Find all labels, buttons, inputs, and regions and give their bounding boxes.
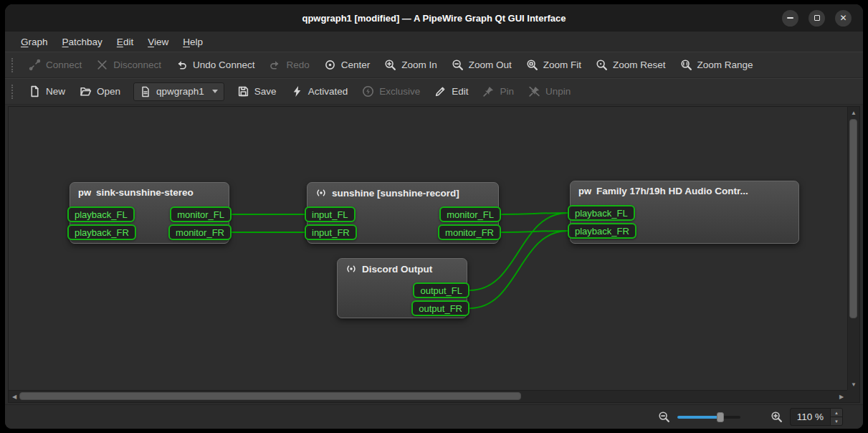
toolbar-button-label: Save — [254, 86, 277, 97]
port-output-monitor_FL[interactable]: monitor_FL — [170, 206, 232, 222]
toolbar-button-edit[interactable]: Edit — [427, 82, 475, 102]
menu-patchbay[interactable]: Patchbay — [55, 34, 110, 50]
graph-node-discord[interactable]: Discord Outputoutput_FLoutput_FR — [337, 258, 467, 318]
edit-icon — [434, 85, 447, 97]
zoom-slider-handle[interactable] — [717, 412, 724, 422]
zoom-range-icon — [680, 59, 692, 71]
toolbar-button-zoom-out[interactable]: Zoom Out — [444, 55, 519, 75]
menu-view[interactable]: View — [140, 34, 176, 50]
zoom-spinbox[interactable]: 110 % ▲ ▼ — [790, 408, 843, 426]
toolbar-button-activated[interactable]: Activated — [284, 82, 356, 102]
minimize-icon — [787, 17, 793, 19]
graph-view: pwsink-sunshine-stereoplayback_FLplaybac… — [8, 106, 860, 403]
toolbar-file: NewOpenqpwgraph1SaveActivatedExclusiveEd… — [5, 78, 863, 105]
port-input-input_FL[interactable]: input_FL — [305, 206, 356, 222]
toolbar-button-center[interactable]: Center — [317, 55, 378, 75]
port-input-playback_FL[interactable]: playback_FL — [568, 205, 635, 221]
window-controls: ✕ — [782, 4, 852, 32]
zoom-spin-up-button[interactable]: ▲ — [831, 409, 842, 417]
toolbar-button-zoom-fit[interactable]: Zoom Fit — [519, 55, 588, 75]
file-icon — [140, 86, 151, 97]
zoom-out-icon — [452, 59, 464, 71]
toolbar-button-pin[interactable]: Pin — [475, 82, 521, 102]
graph-node-family[interactable]: pwFamily 17h/19h HD Audio Contr...playba… — [570, 181, 799, 244]
unpin-icon — [528, 85, 540, 97]
scroll-right-arrow-icon[interactable]: ▶ — [836, 391, 847, 402]
toolbar-button-undo-connect[interactable]: Undo Connect — [168, 55, 262, 75]
zoom-spin-down-button[interactable]: ▼ — [831, 417, 842, 425]
toolbar-button-label: Undo Connect — [193, 60, 254, 70]
zoom-in-icon — [384, 59, 396, 71]
connection-wire[interactable] — [501, 231, 568, 232]
menu-edit[interactable]: Edit — [110, 34, 140, 50]
graph-canvas[interactable]: pwsink-sunshine-stereoplayback_FLplaybac… — [9, 107, 847, 390]
menu-help[interactable]: Help — [176, 34, 210, 50]
toolbar-button-save[interactable]: Save — [230, 82, 284, 102]
port-output-monitor_FR[interactable]: monitor_FR — [438, 224, 501, 240]
menu-graph[interactable]: Graph — [14, 34, 55, 50]
toolbar-button-zoom-in[interactable]: Zoom In — [377, 55, 444, 75]
zoom-out-icon — [658, 411, 670, 423]
center-icon — [324, 59, 336, 71]
node-title: sunshine [sunshine-record] — [307, 183, 498, 199]
horizontal-scrollbar-handle[interactable] — [19, 392, 521, 400]
connections-layer — [9, 107, 847, 390]
maximize-icon — [814, 15, 820, 21]
undo-icon — [176, 59, 188, 71]
scroll-down-arrow-icon[interactable]: ▼ — [848, 379, 859, 390]
exclusive-icon — [362, 85, 374, 97]
zoom-fit-icon — [526, 59, 538, 71]
toolbar-button-label: Exclusive — [379, 86, 420, 97]
toolbar-button-label: Zoom Out — [469, 60, 512, 70]
statusbar-zoom-in-icon[interactable] — [771, 411, 783, 423]
port-input-playback_FR[interactable]: playback_FR — [568, 223, 636, 239]
redo-icon — [269, 59, 281, 71]
toolbar-button-open[interactable]: Open — [72, 82, 128, 102]
toolbar-button-label: Connect — [46, 60, 82, 70]
toolbar-button-label: Pin — [500, 86, 514, 97]
port-output-monitor_FL[interactable]: monitor_FL — [439, 206, 501, 222]
port-output-output_FR[interactable]: output_FR — [411, 300, 469, 316]
chevron-down-icon — [212, 90, 218, 93]
zoom-spin-buttons: ▲ ▼ — [830, 409, 842, 425]
statusbar-zoom-out-icon[interactable] — [658, 411, 670, 423]
port-input-playback_FR[interactable]: playback_FR — [67, 224, 136, 240]
zoom-slider-fill — [677, 416, 720, 419]
scroll-up-arrow-icon[interactable]: ▲ — [848, 107, 859, 118]
vertical-scrollbar[interactable]: ▲ ▼ — [847, 107, 859, 390]
titlebar[interactable]: qpwgraph1 [modified] — A PipeWire Graph … — [5, 4, 863, 32]
zoom-reset-icon — [596, 59, 608, 71]
toolbar-button-redo[interactable]: Redo — [262, 55, 316, 75]
toolbar-button-zoom-range[interactable]: Zoom Range — [673, 55, 760, 75]
toolbar-button-unpin[interactable]: Unpin — [521, 82, 578, 102]
connection-wire[interactable] — [501, 213, 568, 214]
toolbar-button-label: Zoom In — [401, 60, 437, 70]
node-title: pwsink-sunshine-stereo — [70, 183, 229, 198]
toolbar-button-new[interactable]: New — [22, 82, 72, 102]
maximize-button[interactable] — [809, 10, 825, 27]
toolbar-button-connect[interactable]: Connect — [22, 55, 89, 75]
toolbar-button-exclusive[interactable]: Exclusive — [355, 82, 427, 102]
port-input-playback_FL[interactable]: playback_FL — [67, 206, 135, 222]
port-input-input_FR[interactable]: input_FR — [305, 224, 357, 240]
close-button[interactable]: ✕ — [835, 10, 852, 27]
node-title: pwFamily 17h/19h HD Audio Contr... — [571, 181, 798, 196]
horizontal-scrollbar[interactable]: ◀ ▶ — [9, 390, 847, 402]
patchbay-file-combo[interactable]: qpwgraph1 — [133, 82, 224, 101]
toolbar-main: ConnectDisconnectUndo ConnectRedoCenterZ… — [5, 52, 863, 78]
pipewire-icon: pw — [78, 187, 91, 198]
toolbar-button-zoom-reset[interactable]: Zoom Reset — [588, 55, 673, 75]
toolbar-drag-handle[interactable] — [11, 85, 17, 99]
minimize-button[interactable] — [782, 10, 798, 27]
graph-node-sink[interactable]: pwsink-sunshine-stereoplayback_FLplaybac… — [70, 182, 229, 244]
port-output-monitor_FR[interactable]: monitor_FR — [168, 224, 232, 240]
open-icon — [80, 85, 92, 97]
toolbar-button-disconnect[interactable]: Disconnect — [89, 55, 168, 75]
toolbar-drag-handle[interactable] — [11, 58, 17, 72]
new-icon — [29, 85, 41, 97]
vertical-scrollbar-handle[interactable] — [849, 119, 857, 318]
port-output-output_FL[interactable]: output_FL — [413, 282, 469, 298]
zoom-slider[interactable] — [677, 411, 740, 423]
scroll-left-arrow-icon[interactable]: ◀ — [9, 391, 20, 402]
graph-node-sunshine[interactable]: sunshine [sunshine-record]input_FLinput_… — [307, 182, 499, 244]
